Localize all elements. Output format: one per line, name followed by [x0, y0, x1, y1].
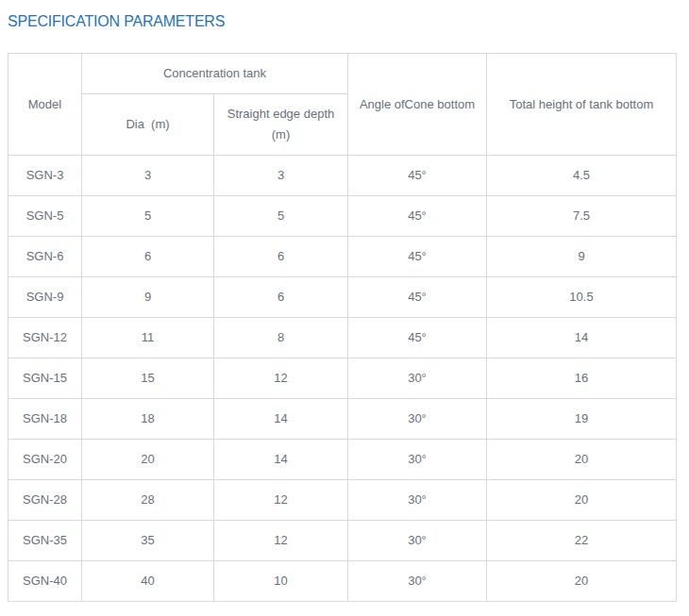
straight-edge-depth-cell: 6 — [214, 277, 348, 318]
table-header: Model Concentration tank Angle ofCone bo… — [8, 54, 677, 156]
angle-cell: 45° — [348, 156, 487, 196]
table-row: SGN-18 18 14 30° 19 — [8, 399, 677, 440]
table-row: SGN-35 35 12 30° 22 — [8, 521, 677, 561]
dia-cell: 15 — [82, 358, 214, 399]
col-header-angle-of-cone-bottom: Angle ofCone bottom — [348, 54, 487, 156]
total-height-cell: 4.5 — [487, 156, 677, 196]
table-row: SGN-3 3 3 45° 4.5 — [8, 156, 677, 196]
total-height-cell: 7.5 — [487, 196, 677, 237]
dia-cell: 28 — [82, 480, 214, 521]
model-cell: SGN-15 — [8, 358, 82, 399]
straight-edge-depth-cell: 5 — [214, 196, 348, 237]
straight-edge-depth-cell: 8 — [214, 318, 348, 358]
total-height-cell: 19 — [487, 399, 677, 440]
angle-cell: 30° — [348, 358, 487, 399]
model-cell: SGN-6 — [8, 237, 82, 277]
angle-cell: 30° — [348, 521, 487, 561]
dia-cell: 11 — [82, 318, 214, 358]
dia-cell: 20 — [82, 440, 214, 480]
dia-cell: 5 — [82, 196, 214, 237]
col-header-model: Model — [8, 54, 82, 156]
specification-table: Model Concentration tank Angle ofCone bo… — [8, 53, 677, 602]
angle-cell: 30° — [348, 480, 487, 521]
total-height-cell: 9 — [487, 237, 677, 277]
model-cell: SGN-20 — [8, 440, 82, 480]
table-row: SGN-5 5 5 45° 7.5 — [8, 196, 677, 237]
straight-edge-depth-cell: 12 — [214, 358, 348, 399]
angle-cell: 45° — [348, 277, 487, 318]
straight-edge-depth-cell: 12 — [214, 521, 348, 561]
angle-cell: 45° — [348, 196, 487, 237]
straight-edge-depth-cell: 12 — [214, 480, 348, 521]
straight-edge-depth-cell: 10 — [214, 561, 348, 602]
angle-cell: 30° — [348, 440, 487, 480]
model-cell: SGN-9 — [8, 277, 82, 318]
table-row: SGN-12 11 8 45° 14 — [8, 318, 677, 358]
angle-cell: 30° — [348, 561, 487, 602]
model-cell: SGN-18 — [8, 399, 82, 440]
straight-edge-depth-cell: 6 — [214, 237, 348, 277]
dia-cell: 35 — [82, 521, 214, 561]
col-header-concentration-tank: Concentration tank — [82, 54, 348, 94]
dia-cell: 9 — [82, 277, 214, 318]
straight-edge-depth-cell: 3 — [214, 156, 348, 196]
table-row: SGN-6 6 6 45° 9 — [8, 237, 677, 277]
table-row: SGN-40 40 10 30° 20 — [8, 561, 677, 602]
straight-edge-depth-cell: 14 — [214, 440, 348, 480]
table-row: SGN-20 20 14 30° 20 — [8, 440, 677, 480]
total-height-cell: 20 — [487, 480, 677, 521]
total-height-cell: 10.5 — [487, 277, 677, 318]
angle-cell: 45° — [348, 318, 487, 358]
angle-cell: 30° — [348, 399, 487, 440]
page: SPECIFICATION PARAMETERS Model Concentra… — [0, 0, 689, 616]
table-body: SGN-3 3 3 45° 4.5 SGN-5 5 5 45° 7.5 SGN-… — [8, 156, 677, 602]
model-cell: SGN-5 — [8, 196, 82, 237]
dia-cell: 3 — [82, 156, 214, 196]
angle-cell: 45° — [348, 237, 487, 277]
col-header-straight-edge-depth: Straight edge depth (m) — [214, 94, 348, 156]
col-header-dia: Dia (m) — [82, 94, 214, 156]
total-height-cell: 16 — [487, 358, 677, 399]
model-cell: SGN-35 — [8, 521, 82, 561]
model-cell: SGN-28 — [8, 480, 82, 521]
table-row: SGN-9 9 6 45° 10.5 — [8, 277, 677, 318]
total-height-cell: 20 — [487, 561, 677, 602]
dia-cell: 6 — [82, 237, 214, 277]
model-cell: SGN-3 — [8, 156, 82, 196]
col-header-total-height: Total height of tank bottom — [487, 54, 677, 156]
model-cell: SGN-40 — [8, 561, 82, 602]
total-height-cell: 20 — [487, 440, 677, 480]
total-height-cell: 14 — [487, 318, 677, 358]
table-row: SGN-15 15 12 30° 16 — [8, 358, 677, 399]
page-title: SPECIFICATION PARAMETERS — [8, 11, 681, 31]
straight-edge-depth-cell: 14 — [214, 399, 348, 440]
dia-cell: 18 — [82, 399, 214, 440]
total-height-cell: 22 — [487, 521, 677, 561]
model-cell: SGN-12 — [8, 318, 82, 358]
dia-cell: 40 — [82, 561, 214, 602]
table-row: SGN-28 28 12 30° 20 — [8, 480, 677, 521]
header-row-top: Model Concentration tank Angle ofCone bo… — [8, 54, 677, 94]
